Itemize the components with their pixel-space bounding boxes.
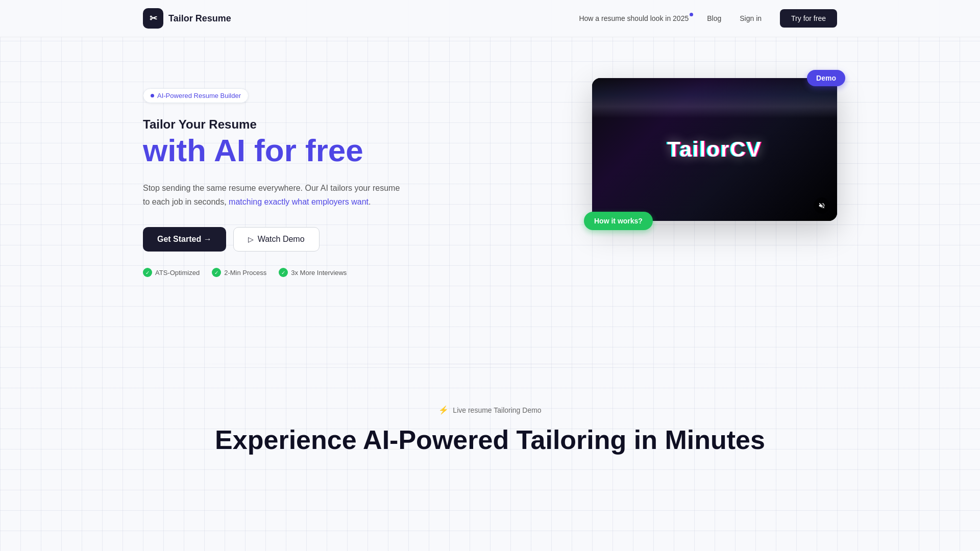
get-started-button[interactable]: Get Started → [143, 227, 226, 252]
video-container[interactable]: TailorCV [592, 78, 837, 221]
glitch-text: TailorCV [667, 137, 762, 162]
try-for-free-button[interactable]: Try for free [780, 9, 837, 28]
section-title: Experience AI-Powered Tailoring in Minut… [143, 425, 837, 456]
badge-ats: ✓ ATS-Optimized [143, 268, 200, 277]
hero-desc-link[interactable]: matching exactly what employers want [229, 197, 369, 206]
hero-feature-badges: ✓ ATS-Optimized ✓ 2-Min Process ✓ 3x Mor… [143, 268, 408, 277]
hero-badge: AI-Powered Resume Builder [143, 88, 249, 103]
live-demo-section: ⚡ Live resume Tailoring Demo Experience … [0, 364, 980, 476]
logo-text: Tailor Resume [168, 13, 231, 24]
nav-links: How a resume should look in 2025 Blog Si… [579, 9, 837, 28]
badge-dot [151, 94, 154, 97]
demo-badge[interactable]: Demo [807, 70, 845, 86]
navbar: ✂ Tailor Resume How a resume should look… [0, 0, 980, 37]
lightning-icon: ⚡ [438, 405, 449, 415]
logo-link[interactable]: ✂ Tailor Resume [143, 8, 231, 29]
check-icon-process: ✓ [212, 268, 221, 277]
hero-buttons: Get Started → ▷ Watch Demo [143, 227, 408, 252]
hero-left: AI-Powered Resume Builder Tailor Your Re… [143, 68, 408, 277]
badge-interviews: ✓ 3x More Interviews [279, 268, 347, 277]
play-icon: ▷ [248, 235, 254, 243]
nav-link-signin[interactable]: Sign in [740, 14, 762, 22]
glitch-scanlines [592, 78, 837, 135]
live-demo-label: ⚡ Live resume Tailoring Demo [438, 405, 541, 415]
logo-icon: ✂ [143, 8, 163, 29]
hero-title: Tailor Your Resume with AI for free [143, 117, 408, 169]
nav-link-resume[interactable]: How a resume should look in 2025 [579, 14, 689, 22]
badge-process: ✓ 2-Min Process [212, 268, 266, 277]
nav-link-blog[interactable]: Blog [707, 14, 721, 22]
mute-button[interactable] [814, 197, 830, 214]
check-icon-ats: ✓ [143, 268, 152, 277]
how-it-works-badge[interactable]: How it works? [584, 212, 653, 230]
hero-section: AI-Powered Resume Builder Tailor Your Re… [0, 37, 980, 364]
hero-right: Demo TailorCV How it works? [592, 78, 837, 221]
check-icon-interviews: ✓ [279, 268, 288, 277]
video-glitch-bg: TailorCV [592, 78, 837, 221]
hero-title-blue: with AI for free [143, 132, 408, 169]
hero-description: Stop sending the same resume everywhere.… [143, 182, 408, 209]
watch-demo-button[interactable]: ▷ Watch Demo [233, 227, 320, 252]
nav-dot [690, 13, 693, 16]
